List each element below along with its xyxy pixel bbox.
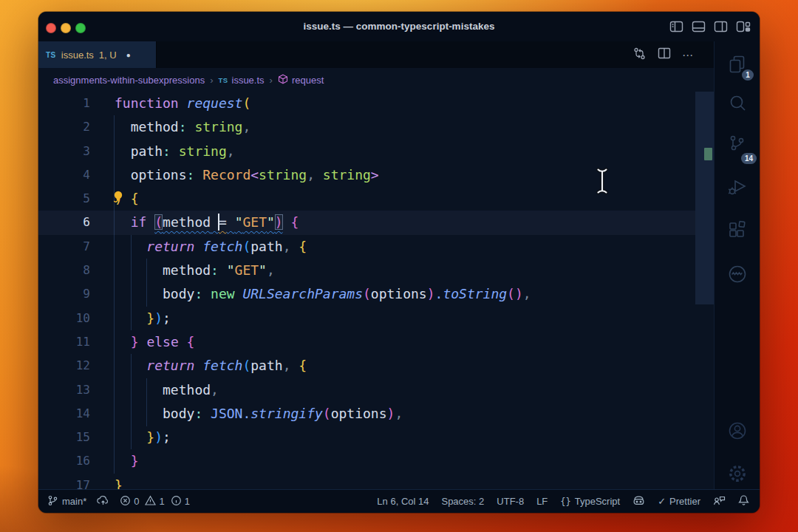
unsaved-dot-icon[interactable]: ● bbox=[126, 51, 131, 59]
scrollbar-slider[interactable] bbox=[695, 92, 715, 304]
line-number: 16 bbox=[38, 449, 115, 473]
customize-layout-icon[interactable] bbox=[736, 20, 751, 33]
formatter-status[interactable]: ✓ Prettier bbox=[658, 496, 700, 507]
line-number: 8 bbox=[38, 259, 115, 282]
warning-icon bbox=[145, 495, 156, 508]
search-icon[interactable] bbox=[715, 93, 760, 114]
explorer-badge: 1 bbox=[742, 69, 754, 81]
vscode-window: issue.ts — common-typescript-mistakes TS… bbox=[38, 12, 760, 513]
code-line[interactable]: 2 method: string, bbox=[38, 115, 695, 139]
code-line[interactable]: 8 method: "GET", bbox=[38, 259, 695, 282]
language-mode[interactable]: {} TypeScript bbox=[560, 496, 620, 507]
code-line[interactable]: 13 method, bbox=[38, 378, 695, 402]
code-line[interactable]: 16 } bbox=[38, 449, 695, 473]
braces-icon: {} bbox=[560, 497, 570, 507]
sync-changes[interactable] bbox=[97, 495, 109, 508]
line-number: 5 bbox=[38, 187, 115, 211]
breadcrumb-file[interactable]: TS issue.ts bbox=[219, 75, 265, 86]
line-number: 2 bbox=[38, 115, 115, 139]
tab-issue-ts[interactable]: TS issue.ts 1, U ● bbox=[38, 41, 157, 68]
code-editor[interactable]: 1function request(2 method: string,3 pat… bbox=[38, 92, 715, 489]
title-bar: issue.ts — common-typescript-mistakes bbox=[38, 12, 760, 41]
code-lines: 1function request(2 method: string,3 pat… bbox=[38, 92, 715, 489]
tab-git-badge: 1, U bbox=[99, 50, 117, 61]
explorer-icon[interactable]: 1 bbox=[715, 54, 760, 74]
cursor-position[interactable]: Ln 6, Col 14 bbox=[377, 496, 429, 507]
indentation-setting[interactable]: Spaces: 2 bbox=[441, 496, 484, 507]
code-line[interactable]: 5) { bbox=[38, 187, 695, 211]
toggle-secondary-sidebar-icon[interactable] bbox=[714, 20, 728, 33]
info-count: 1 bbox=[185, 496, 190, 507]
feedback-button[interactable] bbox=[713, 495, 726, 508]
code-line[interactable]: 17} bbox=[38, 474, 695, 489]
bell-icon bbox=[738, 494, 749, 508]
problems-indicator[interactable]: 0 1 1 bbox=[120, 495, 190, 508]
breadcrumb-separator: › bbox=[270, 75, 273, 86]
git-branch-icon bbox=[47, 495, 58, 508]
typescript-file-icon: TS bbox=[219, 76, 228, 84]
code-line[interactable]: 15 }); bbox=[38, 426, 695, 449]
toggle-primary-sidebar-icon[interactable] bbox=[669, 20, 683, 33]
extensions-icon[interactable] bbox=[715, 219, 760, 240]
breadcrumb-folder[interactable]: assignments-within-subexpressions bbox=[53, 75, 205, 86]
window-title: issue.ts — common-typescript-mistakes bbox=[38, 12, 760, 41]
line-number: 17 bbox=[38, 474, 115, 489]
eol-setting[interactable]: LF bbox=[536, 496, 548, 507]
activity-bar: 1 14 bbox=[714, 41, 760, 489]
line-number: 12 bbox=[38, 354, 115, 378]
encoding-setting[interactable]: UTF-8 bbox=[497, 496, 524, 507]
branch-indicator[interactable]: main* bbox=[47, 495, 86, 508]
notifications-button[interactable] bbox=[738, 494, 749, 508]
cloud-upload-icon bbox=[97, 495, 109, 508]
line-number: 11 bbox=[38, 330, 115, 354]
editor-scrollbar[interactable] bbox=[695, 92, 715, 489]
copilot-icon bbox=[632, 495, 645, 508]
breadcrumb-symbol-request[interactable]: request bbox=[278, 74, 324, 86]
line-number: 6 bbox=[38, 211, 115, 234]
code-line[interactable]: 3 path: string, bbox=[38, 140, 695, 163]
line-number: 4 bbox=[38, 163, 115, 187]
line-number: 7 bbox=[38, 235, 115, 259]
line-number: 10 bbox=[38, 307, 115, 330]
code-line[interactable]: 11 } else { bbox=[38, 330, 695, 354]
code-action-lightbulb-icon[interactable] bbox=[110, 189, 126, 208]
run-debug-icon[interactable] bbox=[715, 176, 760, 198]
toggle-panel-icon[interactable] bbox=[692, 20, 706, 33]
feedback-icon bbox=[713, 495, 726, 508]
code-line[interactable]: 6 if (method = "GET") { bbox=[38, 211, 695, 234]
more-actions-icon[interactable]: ⋯ bbox=[682, 50, 694, 61]
wave-extension-icon[interactable] bbox=[715, 263, 760, 285]
error-icon bbox=[120, 495, 131, 508]
line-number: 13 bbox=[38, 378, 115, 402]
code-line[interactable]: 10 }); bbox=[38, 307, 695, 330]
check-icon: ✓ bbox=[658, 496, 666, 507]
breadcrumb-separator: › bbox=[210, 75, 213, 86]
line-number: 3 bbox=[38, 140, 115, 163]
typescript-file-icon: TS bbox=[46, 51, 56, 59]
info-icon bbox=[171, 495, 182, 508]
open-changes-icon[interactable] bbox=[632, 47, 647, 64]
symbol-cube-icon bbox=[278, 74, 288, 86]
account-icon[interactable] bbox=[715, 420, 760, 442]
line-number: 1 bbox=[38, 92, 115, 115]
code-line[interactable]: 1function request( bbox=[38, 92, 695, 115]
source-control-badge: 14 bbox=[741, 153, 757, 164]
line-number: 9 bbox=[38, 282, 115, 306]
overview-ruler-marker bbox=[704, 148, 712, 160]
code-line[interactable]: 14 body: JSON.stringify(options), bbox=[38, 402, 695, 426]
warning-count: 1 bbox=[159, 496, 164, 507]
code-line[interactable]: 4 options: Record<string, string> bbox=[38, 163, 695, 187]
status-bar: main* 0 1 1 Ln 6, Col 14 Spaces: 2 UTF-8… bbox=[38, 489, 760, 513]
line-number: 14 bbox=[38, 402, 115, 426]
source-control-icon[interactable]: 14 bbox=[715, 134, 760, 154]
copilot-status[interactable] bbox=[632, 495, 645, 508]
code-line[interactable]: 7 return fetch(path, { bbox=[38, 235, 695, 259]
code-line[interactable]: 12 return fetch(path, { bbox=[38, 354, 695, 378]
editor-tab-strip: TS issue.ts 1, U ● ⋯ bbox=[38, 41, 715, 69]
breadcrumb: assignments-within-subexpressions › TS i… bbox=[38, 68, 729, 92]
settings-gear-icon[interactable] bbox=[715, 463, 760, 485]
line-number: 15 bbox=[38, 426, 115, 449]
split-editor-icon[interactable] bbox=[658, 47, 671, 63]
code-line[interactable]: 9 body: new URLSearchParams(options).toS… bbox=[38, 282, 695, 306]
error-count: 0 bbox=[134, 496, 139, 507]
